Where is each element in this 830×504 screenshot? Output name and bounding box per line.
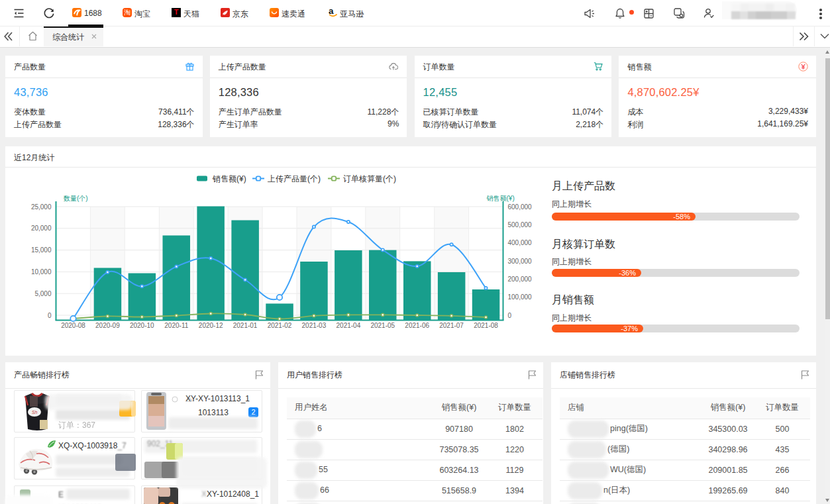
svg-text:2021-06: 2021-06 [405,322,429,329]
svg-text:10,000: 10,000 [31,268,52,276]
svg-text:2021-05: 2021-05 [370,322,395,329]
svg-text:销售额(¥): 销售额(¥) [212,174,246,183]
svg-text:400,000: 400,000 [508,239,533,246]
svg-text:2021-02: 2021-02 [268,322,292,329]
svg-text:0: 0 [48,312,52,319]
svg-text:2020-08: 2020-08 [61,322,85,329]
svg-text:数量(个): 数量(个) [63,195,88,202]
svg-text:2020-11: 2020-11 [164,322,188,329]
svg-text:2021-08: 2021-08 [474,322,498,329]
svg-text:2020-10: 2020-10 [130,322,154,329]
svg-text:25,000: 25,000 [31,203,52,211]
svg-text:2021-04: 2021-04 [337,322,361,329]
svg-text:订单核算量(个): 订单核算量(个) [343,174,396,183]
svg-text:200,000: 200,000 [508,276,533,283]
svg-text:20,000: 20,000 [31,225,52,232]
svg-text:2020-09: 2020-09 [95,322,120,329]
svg-text:2021-03: 2021-03 [302,322,327,329]
svg-text:2021-01: 2021-01 [233,322,258,329]
svg-text:2020-12: 2020-12 [199,322,223,329]
svg-text:上传产品量(个): 上传产品量(个) [268,174,321,183]
svg-text:300,000: 300,000 [508,258,533,265]
svg-text:2021-07: 2021-07 [439,322,464,329]
svg-text:0: 0 [508,312,512,319]
svg-text:600,000: 600,000 [508,203,533,211]
svg-text:Sh: Sh [32,410,38,415]
svg-text:500,000: 500,000 [508,221,533,228]
svg-text:15,000: 15,000 [31,246,52,254]
svg-text:5,000: 5,000 [34,290,51,297]
svg-text:100,000: 100,000 [508,293,533,301]
svg-text:销售额(¥): 销售额(¥) [486,195,515,202]
